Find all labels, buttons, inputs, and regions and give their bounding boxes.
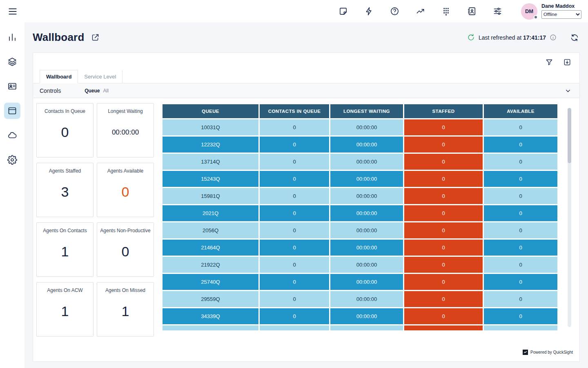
kpi-agents-staffed: Agents Staffed 3: [36, 163, 94, 217]
help-button[interactable]: [389, 6, 400, 17]
cell-queue: 15243Q: [163, 171, 258, 187]
kpi-label: Longest Waiting: [108, 108, 143, 114]
cell-staffed: 0: [404, 154, 483, 170]
sidebar: [0, 22, 24, 368]
sidebar-item-settings[interactable]: [4, 152, 20, 168]
table-row: 12232Q000:00:0000: [163, 137, 557, 153]
cell-available: 0: [484, 240, 557, 256]
table-row: 2021Q000:00:0000: [163, 205, 557, 221]
cell-contacts: [260, 325, 329, 330]
cell-waiting: 00:00:00: [330, 154, 403, 170]
kpi-label: Agents On ACW: [47, 287, 82, 293]
cell-available: 0: [484, 291, 557, 307]
hamburger-menu-button[interactable]: [7, 5, 19, 18]
open-in-new-window-button[interactable]: [90, 32, 100, 43]
cell-queue: 21464Q: [163, 240, 258, 256]
cell-staffed: 0: [404, 205, 483, 221]
table-scrollbar[interactable]: [568, 108, 571, 327]
kpi-agents-non-productive: Agents Non-Productive 0: [97, 222, 154, 277]
help-icon: [390, 7, 399, 16]
metrics-button[interactable]: [415, 6, 426, 17]
kpi-agents-on-missed: Agents On Missed 1: [97, 282, 154, 337]
refresh-button[interactable]: [569, 32, 580, 43]
column-header-longest-waiting[interactable]: LONGEST WAITING: [330, 104, 403, 118]
bar-chart-icon: [7, 32, 17, 42]
table-scrollbar-thumb[interactable]: [568, 108, 571, 163]
table-row: 2056Q000:00:0000: [163, 222, 557, 238]
tab-bar: Wallboard Service Level: [33, 70, 579, 83]
column-header-contacts-in-queue[interactable]: CONTACTS IN QUEUE: [260, 104, 329, 118]
cell-waiting: 00:00:00: [330, 240, 403, 256]
cell-staffed: 0: [404, 119, 483, 135]
cell-staffed: 0: [404, 171, 483, 187]
page-title: Wallboard: [33, 31, 85, 44]
controls-bar: Controls Queue All: [33, 83, 579, 98]
column-header-staffed[interactable]: STAFFED: [404, 104, 483, 118]
queue-filter-value[interactable]: All: [103, 88, 108, 94]
quicksight-logo-icon: [523, 350, 528, 355]
column-header-available[interactable]: AVAILABLE: [484, 104, 557, 118]
status-dot: [534, 15, 538, 19]
column-header-queue[interactable]: QUEUE: [163, 104, 258, 118]
avatar[interactable]: DM: [521, 3, 537, 20]
cell-contacts: 0: [260, 274, 329, 290]
preferences-button[interactable]: [492, 6, 503, 17]
table-row: 29559Q000:00:0000: [163, 291, 557, 307]
cell-queue: 29559Q: [163, 291, 258, 307]
cell-contacts: 0: [260, 308, 329, 324]
status-select[interactable]: Offline: [541, 10, 581, 19]
auto-refresh-icon: [467, 34, 475, 41]
cell-queue: 25740Q: [163, 274, 258, 290]
sidebar-item-contacts[interactable]: [4, 78, 20, 94]
info-icon[interactable]: [550, 34, 557, 41]
cell-staffed: 0: [404, 137, 483, 153]
cell-waiting: 00:00:00: [330, 308, 403, 324]
download-icon: [563, 58, 571, 66]
contacts-button[interactable]: [466, 6, 477, 17]
cell-waiting: 00:00:00: [330, 222, 403, 238]
table-row: 15981Q000:00:0000: [163, 188, 557, 204]
filter-button[interactable]: [544, 57, 554, 67]
cell-contacts: 0: [260, 257, 329, 273]
dialpad-button[interactable]: [441, 6, 452, 17]
kpi-value: 1: [122, 293, 129, 332]
cell-queue: 21922Q: [163, 257, 258, 273]
cell-waiting: 00:00:00: [330, 205, 403, 221]
cell-contacts: 0: [260, 119, 329, 135]
notes-button[interactable]: [338, 6, 349, 17]
gear-icon: [7, 155, 17, 165]
cell-contacts: 0: [260, 171, 329, 187]
cell-waiting: 00:00:00: [330, 188, 403, 204]
sidebar-item-layers[interactable]: [4, 54, 20, 70]
controls-collapse-button[interactable]: [563, 86, 573, 96]
lightning-icon: [364, 7, 374, 16]
kpi-value: 1: [61, 233, 69, 272]
filter-icon: [545, 58, 553, 66]
cloud-icon: [7, 130, 17, 140]
tab-wallboard[interactable]: Wallboard: [40, 70, 78, 83]
cell-available: 0: [484, 154, 557, 170]
sidebar-item-wallboard[interactable]: [4, 103, 20, 119]
cell-contacts: 0: [260, 240, 329, 256]
sync-icon: [570, 33, 579, 42]
cell-queue: [163, 325, 258, 330]
line-chart-icon: [416, 7, 425, 16]
table-row: 34339Q000:00:0000: [163, 308, 557, 324]
download-button[interactable]: [562, 57, 572, 67]
id-card-icon: [7, 81, 17, 91]
sidebar-item-cloud[interactable]: [4, 127, 20, 144]
cell-available: 0: [484, 274, 557, 290]
cell-queue: 12232Q: [163, 137, 258, 153]
cell-waiting: 00:00:00: [330, 137, 403, 153]
quick-actions-button[interactable]: [363, 6, 374, 17]
cell-contacts: 0: [260, 205, 329, 221]
tab-service-level[interactable]: Service Level: [78, 70, 122, 83]
cell-waiting: 00:00:00: [330, 274, 403, 290]
cell-waiting: 00:00:00: [330, 291, 403, 307]
cell-contacts: 0: [260, 154, 329, 170]
cell-waiting: 00:00:00: [330, 257, 403, 273]
sidebar-item-analytics[interactable]: [4, 29, 20, 45]
cell-staffed: [404, 325, 483, 330]
cell-staffed: 0: [404, 291, 483, 307]
cell-contacts: 0: [260, 291, 329, 307]
